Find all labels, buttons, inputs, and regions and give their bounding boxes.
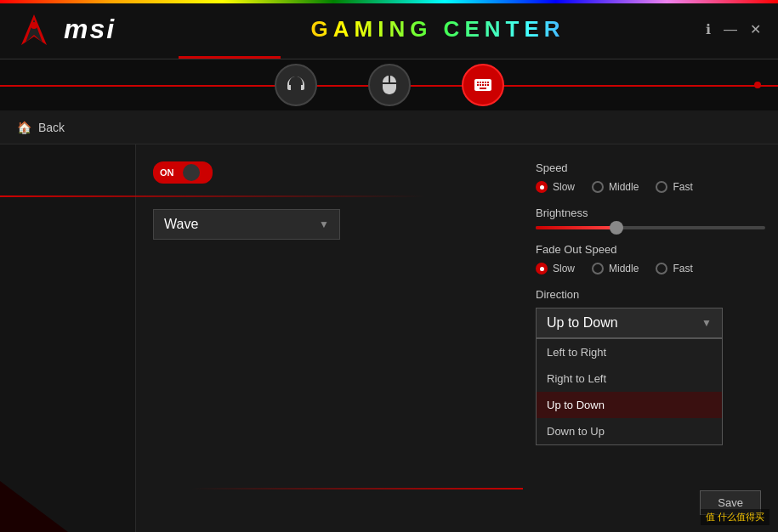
brightness-slider-thumb[interactable] [610,221,623,235]
wave-dropdown-container: Wave ▼ [153,209,506,240]
header-controls: ℹ — ✕ [706,21,778,37]
close-button[interactable]: ✕ [750,21,761,37]
speed-middle-radio [592,181,604,193]
brightness-slider-container [536,226,765,229]
fade-middle-label: Middle [609,263,639,274]
fade-middle-option[interactable]: Middle [592,263,639,274]
nav-tabs [275,64,504,106]
back-label: Back [38,121,65,134]
fade-middle-radio [592,263,604,274]
fade-out-speed-label: Fade Out Speed [536,243,765,256]
minimize-button[interactable]: — [724,22,737,37]
back-row: 🏠 Back [0,110,778,144]
tab-headset[interactable] [275,64,317,106]
fade-out-radio-group: Slow Middle Fast [536,263,765,274]
direction-label: Direction [536,288,765,301]
msi-logo-icon [13,13,55,47]
direction-option-up-to-down[interactable]: Up to Down [537,392,722,418]
speed-slow-radio [536,181,548,193]
main-content: ON Wave ▼ Speed Slow Middle [0,144,778,532]
back-button[interactable]: 🏠 Back [17,121,65,134]
speed-slow-option[interactable]: Slow [536,181,575,193]
info-button[interactable]: ℹ [706,21,711,37]
direction-menu: Left to Right Right to Left Up to Down D… [536,338,723,445]
deco-line-2 [191,488,531,490]
home-icon: 🏠 [17,121,31,134]
fade-slow-option[interactable]: Slow [536,263,575,274]
fade-fast-label: Fast [673,263,692,274]
brightness-slider-fill [536,226,616,229]
headset-icon [286,75,306,95]
direction-dropdown-value: Up to Down [547,315,618,331]
speed-slow-label: Slow [553,181,575,193]
tab-keyboard[interactable] [462,64,504,106]
speed-fast-label: Fast [673,181,692,193]
mouse-icon [379,75,400,95]
keyboard-icon [473,75,493,95]
fade-fast-option[interactable]: Fast [656,263,692,274]
speed-radio-group: Slow Middle Fast [536,181,765,193]
right-panel: Speed Slow Middle Fast Brightness [523,144,778,532]
brightness-slider-track [536,226,765,229]
brightness-section: Brightness [536,207,765,229]
speed-fast-radio [656,181,667,193]
direction-section: Direction Up to Down ▼ Left to Right Rig… [536,288,765,338]
center-panel: ON Wave ▼ [136,144,523,532]
brightness-label: Brightness [536,207,765,219]
direction-dropdown-chevron-icon: ▼ [701,317,712,329]
speed-middle-option[interactable]: Middle [592,181,639,193]
fade-out-speed-section: Fade Out Speed Slow Middle Fast [536,243,765,274]
speed-label: Speed [536,161,765,174]
fade-slow-label: Slow [553,263,575,274]
direction-option-down-to-up[interactable]: Down to Up [537,418,722,444]
toggle-area: ON [153,161,506,184]
svg-point-2 [31,22,37,29]
direction-option-left-to-right[interactable]: Left to Right [537,339,722,365]
msi-brand-text: msi [64,14,116,45]
effect-dropdown-chevron-icon: ▼ [319,218,329,230]
tab-mouse[interactable] [368,64,411,106]
rainbow-bar [0,0,778,3]
effect-dropdown[interactable]: Wave ▼ [153,209,340,240]
toggle-state-text: ON [160,167,174,178]
app-title: GAMING CENTER [170,16,706,42]
header-red-bar-decoration [179,56,281,59]
toggle-knob [183,164,200,181]
speed-section: Speed Slow Middle Fast [536,161,765,193]
fade-slow-radio [536,263,548,274]
nav-area [0,59,778,110]
direction-dropdown[interactable]: Up to Down ▼ [536,308,723,338]
direction-option-right-to-left[interactable]: Right to Left [537,365,722,392]
speed-middle-label: Middle [609,181,639,193]
left-sidebar [0,144,136,532]
speed-fast-option[interactable]: Fast [656,181,692,193]
header: msi GAMING CENTER ℹ — ✕ [0,0,778,59]
effect-dropdown-value: Wave [164,217,198,232]
nav-red-dot-decoration [754,82,761,88]
on-off-toggle[interactable]: ON [153,161,213,184]
fade-fast-radio [656,263,667,274]
watermark: 值 什么值得买 [701,509,769,525]
deco-line-1 [0,195,425,197]
logo-area: msi [0,13,170,47]
